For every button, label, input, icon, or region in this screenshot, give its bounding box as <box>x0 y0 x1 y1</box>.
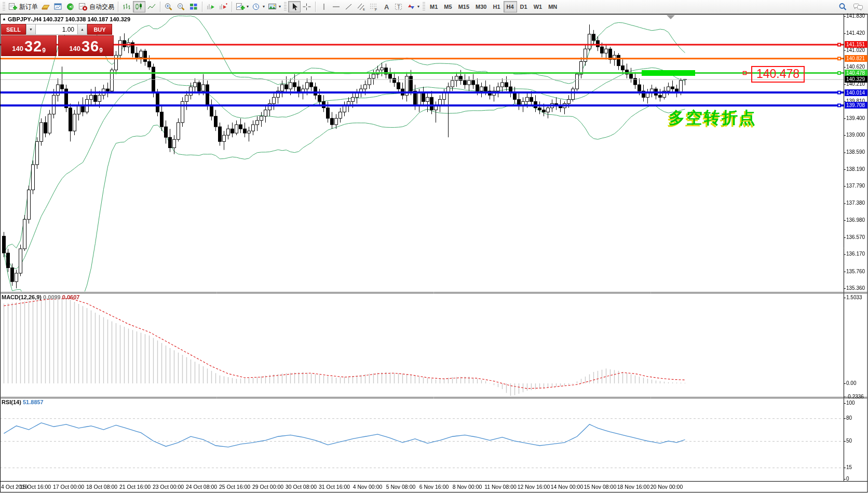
horizontal-line-button[interactable] <box>330 1 343 12</box>
timeframe-label: W1 <box>534 4 542 10</box>
line-chart-icon <box>147 3 156 11</box>
buy-quote-button[interactable]: 140369 <box>58 35 114 56</box>
zoom-in-button[interactable] <box>162 1 175 12</box>
time-axis-label: 23 Oct 00:00 <box>153 484 184 490</box>
sell-button[interactable]: SELL <box>1 24 26 35</box>
toolbar-separator <box>315 2 316 12</box>
equidistant-channel-icon: E <box>357 3 366 11</box>
new-order-button[interactable]: 新订单 <box>7 1 39 12</box>
strategy-tester-icon <box>53 3 63 11</box>
time-axis-label: 4 Nov 00:00 <box>353 484 383 490</box>
time-axis-label: 6 Nov 16:00 <box>419 484 449 490</box>
sell-quote-button[interactable]: 140329 <box>1 35 57 56</box>
text-icon: A <box>383 3 390 11</box>
timeframe-m1-button[interactable]: M1 <box>427 1 441 12</box>
indicators-button[interactable]: ▾ <box>234 1 250 12</box>
ohlc-toggle-icon[interactable]: ▲ <box>2 17 6 21</box>
rsi-name: RSI(14) <box>2 399 21 405</box>
candlestick-chart-button[interactable] <box>133 1 145 12</box>
rsi-tick-label: 15 <box>846 464 852 470</box>
crosshair-button[interactable] <box>301 1 313 12</box>
signals-button[interactable] <box>64 1 77 12</box>
timeframe-m15-button[interactable]: M15 <box>455 1 472 12</box>
text-button[interactable]: A <box>380 1 392 12</box>
caret-up-icon: ▲ <box>80 28 84 31</box>
buy-button[interactable]: BUY <box>87 24 112 35</box>
toolbar-separator <box>160 2 160 12</box>
price-callout-box[interactable]: 140.478 <box>751 66 805 83</box>
autotrading-icon <box>78 3 88 11</box>
toolbar: 新订单 自动交易 ▾ ▾ ▾ E F A <box>0 0 868 14</box>
rsi-tick-label: 80 <box>846 415 852 421</box>
symbol-ohlc-info[interactable]: ▲ GBPJPY-,H4 140.327 140.338 140.187 140… <box>2 16 130 22</box>
rsi-tick-label: 50 <box>846 438 852 444</box>
chart-shift-button[interactable] <box>217 1 229 12</box>
time-axis-label: 5 Nov 08:00 <box>386 484 416 490</box>
equidistant-channel-button[interactable]: E <box>355 1 368 12</box>
ohlc-close: 140.329 <box>110 16 130 22</box>
metaeditor-icon <box>41 3 50 11</box>
timeframe-label: M15 <box>458 4 469 10</box>
autotrading-button[interactable]: 自动交易 <box>77 1 116 12</box>
trendline-button[interactable] <box>343 1 355 12</box>
timeframe-h4-button[interactable]: H4 <box>504 1 517 12</box>
timeframe-label: H1 <box>493 4 500 10</box>
bar-chart-button[interactable] <box>120 1 133 12</box>
sell-price-prefix: 140 <box>12 44 23 54</box>
timeframe-label: M1 <box>430 4 438 10</box>
volume-increase-button[interactable]: ▲ <box>77 24 87 35</box>
ohlc-high: 140.338 <box>65 16 86 22</box>
horizontal-line-icon <box>332 3 341 11</box>
chart-canvas[interactable] <box>0 14 868 493</box>
time-axis[interactable]: 4 Oct 201915 Oct 16:0017 Oct 00:0018 Oct… <box>0 483 868 492</box>
strategy-tester-button[interactable] <box>52 1 64 12</box>
zoom-out-button[interactable] <box>175 1 187 12</box>
time-axis-label: 11 Nov 08:00 <box>484 484 517 490</box>
buy-price-prefix: 140 <box>69 44 80 54</box>
symbol-title: GBPJPY-,H4 <box>8 16 42 22</box>
volume-input[interactable] <box>36 24 77 35</box>
indicators-icon <box>236 3 245 11</box>
timeframe-m30-button[interactable]: M30 <box>472 1 490 12</box>
periods-button[interactable]: ▾ <box>250 1 266 12</box>
new-order-label: 新订单 <box>19 3 38 11</box>
candlestick-chart-icon <box>134 3 144 11</box>
timeframe-label: M30 <box>476 4 486 10</box>
time-axis-label: 25 Oct 16:00 <box>219 484 250 490</box>
text-label-button[interactable]: T <box>392 1 405 12</box>
timeframe-m5-button[interactable]: M5 <box>441 1 455 12</box>
new-order-icon <box>8 3 18 11</box>
arrows-button[interactable]: ▾ <box>405 1 421 12</box>
fibonacci-button[interactable]: F <box>368 1 380 12</box>
templates-button[interactable]: ▾ <box>266 1 282 12</box>
time-axis-label: 17 Oct 00:00 <box>53 484 84 490</box>
caret-down-icon: ▼ <box>29 28 33 31</box>
timeframe-label: M5 <box>444 4 452 10</box>
vertical-line-icon <box>320 3 328 11</box>
dropdown-caret-icon: ▾ <box>263 5 265 9</box>
buy-price-big: 36 <box>82 39 99 54</box>
cursor-button[interactable] <box>288 1 301 12</box>
toolbar-separator <box>232 2 232 12</box>
ohlc-open: 140.327 <box>43 16 64 22</box>
timeframe-h1-button[interactable]: H1 <box>490 1 503 12</box>
timeframe-d1-button[interactable]: D1 <box>517 1 531 12</box>
tile-windows-button[interactable] <box>187 1 200 12</box>
timeframe-w1-button[interactable]: W1 <box>531 1 546 12</box>
time-axis-label: 31 Oct 16:00 <box>319 484 350 490</box>
toolbar-grip[interactable] <box>284 2 287 11</box>
vertical-line-button[interactable] <box>318 1 330 12</box>
toolbar-grip[interactable] <box>3 2 5 11</box>
toolbar-separator <box>202 2 202 12</box>
auto-scroll-button[interactable] <box>205 1 217 12</box>
one-click-trading-panel: SELL ▼ ▲ BUY 140329 140369 <box>1 24 114 56</box>
chart-annotation-text[interactable]: 多空转折点 <box>669 107 757 129</box>
volume-decrease-button[interactable]: ▼ <box>26 24 36 35</box>
ohlc-low: 140.187 <box>88 16 108 22</box>
line-chart-button[interactable] <box>145 1 158 12</box>
timeframe-mn-button[interactable]: MN <box>545 1 560 12</box>
tile-windows-icon <box>189 3 198 11</box>
metaeditor-button[interactable] <box>39 1 52 12</box>
timeframe-label: H4 <box>507 4 514 10</box>
toolbar-grip[interactable] <box>423 2 425 11</box>
